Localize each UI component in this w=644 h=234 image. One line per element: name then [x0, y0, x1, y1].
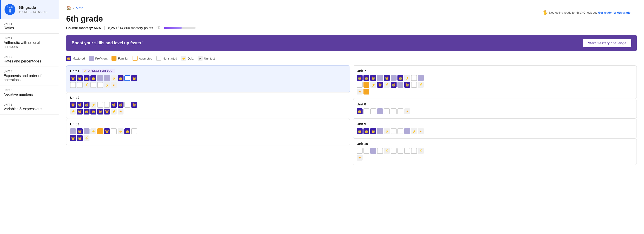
sidebar-unit-unit5[interactable]: UNIT 5 Negative numbers	[0, 85, 59, 100]
skill-quiz[interactable]: ⚡	[384, 148, 390, 154]
skill-not-started[interactable]	[364, 108, 369, 114]
sidebar-header[interactable]: Grade 6 6th grade 11 UNITS · 148 SKILLS	[0, 0, 59, 19]
skill-mastered[interactable]: 👑	[404, 82, 410, 88]
skill-quiz[interactable]: ⚡	[370, 82, 376, 88]
skill-not-started[interactable]	[398, 108, 403, 114]
skill-quiz[interactable]: ⚡	[84, 82, 90, 88]
skill-mastered[interactable]: 👑	[398, 75, 403, 81]
skill-proficient[interactable]	[97, 75, 103, 81]
skill-not-started[interactable]	[391, 128, 396, 134]
info-icon[interactable]: ⓘ	[156, 26, 160, 30]
skill-quiz[interactable]: ⚡	[418, 82, 424, 88]
skill-not-started[interactable]	[391, 108, 396, 114]
skill-not-started[interactable]	[398, 128, 403, 134]
skill-not-started[interactable]	[411, 148, 417, 154]
skill-mastered[interactable]: 👑	[70, 135, 76, 141]
skill-quiz[interactable]: ⚡	[418, 148, 424, 154]
skill-familiar[interactable]	[97, 128, 103, 134]
skill-mastered[interactable]: 👑	[364, 75, 369, 81]
skill-not-started[interactable]	[104, 102, 110, 108]
skill-quiz[interactable]: ⚡	[111, 75, 117, 81]
skill-not-started[interactable]	[384, 108, 390, 114]
skill-not-started[interactable]	[398, 148, 403, 154]
skill-not-started[interactable]	[370, 108, 376, 114]
skill-quiz[interactable]: ⚡	[411, 128, 417, 134]
skill-not-started[interactable]	[124, 102, 130, 108]
skill-proficient[interactable]	[104, 75, 110, 81]
skill-not-started[interactable]	[97, 102, 103, 108]
sidebar-unit-unit3[interactable]: UNIT 3 Rates and percentages	[0, 52, 59, 67]
skill-not-started[interactable]	[357, 82, 362, 88]
skill-unit-test[interactable]: ★	[357, 155, 362, 161]
skill-mastered[interactable]: 👑	[357, 108, 362, 114]
skill-not-started[interactable]	[391, 148, 396, 154]
skill-mastered[interactable]: 👑	[77, 128, 83, 134]
skill-mastered[interactable]: 👑	[124, 128, 130, 134]
skill-proficient[interactable]	[377, 128, 383, 134]
start-mastery-button[interactable]: Start mastery challenge	[583, 39, 631, 47]
skill-mastered[interactable]: 👑	[364, 128, 369, 134]
top-notice-link[interactable]: Get ready for 6th grade.	[598, 11, 631, 14]
skill-not-started[interactable]	[377, 148, 383, 154]
skill-proficient[interactable]	[377, 75, 383, 81]
skill-mastered[interactable]: 👑	[131, 75, 137, 81]
skill-mastered[interactable]: 👑	[111, 102, 117, 108]
sidebar-unit-unit2[interactable]: UNIT 2 Arithmetic with rational numbers	[0, 34, 59, 52]
skill-mastered[interactable]: 👑	[77, 135, 83, 141]
skill-not-started[interactable]	[411, 82, 417, 88]
skill-mastered[interactable]: 👑	[370, 75, 376, 81]
skill-unit-test[interactable]: ★	[111, 82, 117, 88]
skill-quiz[interactable]: ⚡	[84, 135, 90, 141]
skill-mastered[interactable]: 👑	[77, 102, 83, 108]
skill-not-started[interactable]	[357, 148, 362, 154]
skill-quiz[interactable]: ⚡	[384, 82, 390, 88]
skill-mastered[interactable]: 👑	[84, 102, 90, 108]
skill-not-started[interactable]	[131, 128, 137, 134]
skill-not-started[interactable]	[364, 148, 369, 154]
skill-mastered[interactable]: 👑	[97, 108, 103, 114]
skill-not-started[interactable]	[97, 82, 103, 88]
sidebar-unit-unit6[interactable]: UNIT 6 Variables & expressions	[0, 100, 59, 114]
skill-not-started[interactable]	[404, 148, 410, 154]
skill-mastered[interactable]: 👑	[104, 108, 110, 114]
skill-proficient[interactable]	[398, 82, 403, 88]
skill-mastered[interactable]: 👑	[118, 75, 124, 81]
skill-proficient[interactable]	[418, 75, 424, 81]
skill-unit-test[interactable]: ★	[404, 108, 410, 114]
breadcrumb-math[interactable]: Math	[76, 6, 83, 10]
skill-quiz[interactable]: ⚡	[384, 128, 390, 134]
skill-proficient[interactable]	[377, 108, 383, 114]
skill-quiz[interactable]: ⚡	[104, 82, 110, 88]
skill-mastered[interactable]: 👑	[118, 102, 124, 108]
skill-quiz[interactable]: ⚡	[118, 128, 124, 134]
skill-proficient[interactable]	[84, 128, 90, 134]
skill-unit-test[interactable]: ★	[118, 108, 124, 114]
skill-mastered[interactable]: 👑	[131, 102, 137, 108]
skill-unit-test[interactable]: ★	[418, 128, 424, 134]
skill-mastered[interactable]: 👑	[357, 75, 362, 81]
skill-quiz[interactable]: ⚡	[404, 75, 410, 81]
skill-mastered[interactable]: 👑	[370, 128, 376, 134]
skill-not-started[interactable]	[111, 128, 117, 134]
skill-proficient[interactable]	[70, 128, 76, 134]
skill-mastered[interactable]: 👑	[84, 108, 90, 114]
skill-mastered[interactable]: 👑	[84, 75, 90, 81]
skill-mastered[interactable]: 👑	[391, 82, 396, 88]
skill-not-started[interactable]	[70, 82, 76, 88]
skill-not-started[interactable]	[77, 82, 83, 88]
skill-familiar[interactable]	[364, 82, 369, 88]
skill-quiz[interactable]: ⚡	[70, 108, 76, 114]
skill-mastered[interactable]: 👑	[357, 128, 362, 134]
skill-unit-test[interactable]: ★	[357, 89, 362, 94]
skill-proficient[interactable]	[391, 75, 396, 81]
home-icon[interactable]: 🏠	[66, 6, 71, 11]
skill-mastered[interactable]: 👑	[77, 75, 83, 81]
sidebar-unit-unit4[interactable]: UNIT 4 Exponents and order of operations	[0, 67, 59, 85]
skill-familiar[interactable]	[364, 89, 369, 94]
skill-quiz[interactable]: ⚡	[90, 128, 96, 134]
skill-quiz[interactable]: ⚡	[111, 108, 117, 114]
skill-mastered[interactable]: 👑	[77, 108, 83, 114]
skill-mastered[interactable]: 👑	[90, 108, 96, 114]
skill-mastered[interactable]: 👑	[90, 75, 96, 81]
skill-proficient[interactable]	[404, 128, 410, 134]
